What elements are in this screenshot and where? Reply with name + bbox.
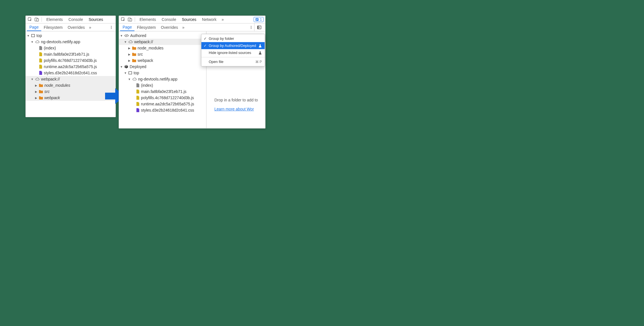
tab-elements[interactable]: Elements bbox=[137, 16, 159, 23]
shortcut-text: ⌘ P bbox=[255, 60, 262, 64]
tree-label: webpack:// bbox=[134, 40, 153, 44]
tree-node-file[interactable]: ▶ (index) bbox=[119, 82, 206, 88]
file-icon bbox=[39, 65, 42, 69]
tree-node-folder[interactable]: ▶ webpack bbox=[119, 57, 206, 64]
more-options-menu: ✓ Group by folder ✓ Group by Authored/De… bbox=[201, 34, 265, 66]
tree-node-webpack[interactable]: ▼ webpack:// bbox=[119, 39, 206, 45]
tree-node-authored[interactable]: ▼ Authored bbox=[119, 32, 206, 39]
top-tab-bar: Elements Console Sources bbox=[26, 16, 116, 23]
file-icon bbox=[136, 83, 140, 87]
package-icon bbox=[124, 65, 128, 69]
tree-node-top[interactable]: ▼ top bbox=[26, 32, 116, 39]
tab-sources[interactable]: Sources bbox=[86, 16, 106, 23]
more-tabs-icon[interactable]: » bbox=[220, 17, 225, 22]
menu-group-by-folder[interactable]: ✓ Group by folder bbox=[201, 35, 265, 42]
tree-node-top[interactable]: ▼ top bbox=[119, 70, 206, 76]
svg-rect-12 bbox=[256, 19, 258, 20]
sub-tab-bar: Page Filesystem Overrides » bbox=[26, 23, 116, 31]
inspect-element-icon[interactable] bbox=[120, 16, 126, 23]
subtab-overrides[interactable]: Overrides bbox=[158, 24, 181, 31]
tree-label: polyfills.4c768d7122740d3b.js bbox=[141, 95, 194, 100]
file-icon bbox=[39, 58, 42, 62]
subtab-filesystem[interactable]: Filesystem bbox=[41, 24, 65, 31]
tree-node-domain[interactable]: ▼ ng-devtools.netlify.app bbox=[119, 76, 206, 82]
tree-node-file[interactable]: ▶ main.fa8bfa0e23f1eb71.js bbox=[119, 88, 206, 95]
tree-node-file[interactable]: ▶ runtime.aa2dc5a72b65a575.js bbox=[26, 64, 116, 70]
tree-node-file[interactable]: ▶ polyfills.4c768d7122740d3b.js bbox=[26, 57, 116, 64]
experiment-beaker-icon bbox=[258, 51, 262, 55]
more-tabs-icon[interactable]: » bbox=[180, 25, 186, 30]
divider bbox=[42, 17, 42, 22]
svg-rect-19 bbox=[129, 72, 132, 74]
source-tree: ▼ top ▼ ng-devtools.netlify.app ▶ (index… bbox=[26, 31, 116, 117]
subtab-overrides[interactable]: Overrides bbox=[65, 24, 88, 31]
svg-point-14 bbox=[251, 26, 251, 26]
tab-elements[interactable]: Elements bbox=[43, 16, 66, 23]
tree-node-file[interactable]: ▶ polyfills.4c768d7122740d3b.js bbox=[119, 95, 206, 101]
kebab-menu-icon[interactable] bbox=[248, 24, 254, 31]
tree-label: styles.d3e2b24618d2c641.css bbox=[141, 108, 194, 112]
tree-node-file[interactable]: ▶ main.fa8bfa0e23f1eb71.js bbox=[26, 51, 116, 57]
file-icon bbox=[39, 46, 42, 50]
tree-label: node_modules bbox=[44, 83, 70, 88]
subtab-page[interactable]: Page bbox=[120, 23, 134, 31]
svg-point-16 bbox=[251, 28, 251, 29]
more-tabs-icon[interactable]: » bbox=[87, 25, 93, 30]
tree-label: polyfills.4c768d7122740d3b.js bbox=[44, 58, 97, 63]
menu-open-file[interactable]: ✓ Open file ⌘ P bbox=[201, 58, 265, 65]
inspect-element-icon[interactable] bbox=[27, 16, 33, 23]
tab-network[interactable]: Network bbox=[199, 16, 219, 23]
tree-label: webpack bbox=[138, 58, 153, 63]
device-toggle-icon[interactable] bbox=[127, 16, 133, 23]
check-icon: ✓ bbox=[203, 36, 207, 41]
caret-down-icon: ▼ bbox=[31, 78, 34, 81]
tree-node-deployed[interactable]: ▼ Deployed bbox=[119, 64, 206, 70]
tab-console[interactable]: Console bbox=[159, 16, 179, 23]
tree-node-folder[interactable]: ▶ webpack bbox=[26, 95, 116, 101]
tree-label: src bbox=[44, 89, 50, 94]
tree-node-file[interactable]: ▶ styles.d3e2b24618d2c641.css bbox=[119, 107, 206, 113]
device-toggle-icon[interactable] bbox=[34, 16, 40, 23]
tree-node-webpack[interactable]: ▼ webpack:// bbox=[26, 76, 116, 82]
caret-right-icon: ▶ bbox=[35, 96, 38, 99]
menu-label: Open file bbox=[209, 60, 254, 64]
issues-badge[interactable]: 1 bbox=[254, 17, 264, 22]
tree-node-folder[interactable]: ▶ node_modules bbox=[119, 45, 206, 51]
tree-label: src bbox=[138, 52, 143, 56]
menu-hide-ignore-listed[interactable]: ✓ Hide ignore-listed sources bbox=[201, 49, 265, 56]
caret-down-icon: ▼ bbox=[124, 40, 127, 44]
kebab-menu-icon[interactable] bbox=[108, 24, 114, 31]
tab-console[interactable]: Console bbox=[66, 16, 86, 23]
file-icon bbox=[39, 52, 42, 56]
tree-node-folder[interactable]: ▶ node_modules bbox=[26, 82, 116, 88]
frame-icon bbox=[31, 34, 35, 38]
svg-point-3 bbox=[111, 26, 112, 26]
caret-right-icon: ▶ bbox=[128, 53, 131, 56]
tree-node-folder[interactable]: ▶ src bbox=[119, 51, 206, 57]
tree-node-domain[interactable]: ▼ ng-devtools.netlify.app bbox=[26, 39, 116, 45]
subtab-filesystem[interactable]: Filesystem bbox=[134, 24, 158, 31]
issue-icon bbox=[255, 18, 259, 21]
tab-sources[interactable]: Sources bbox=[179, 16, 199, 23]
check-icon: ✓ bbox=[203, 44, 207, 48]
show-navigator-icon[interactable] bbox=[256, 24, 262, 31]
menu-label: Group by Authored/Deployed bbox=[209, 44, 257, 48]
sidebar-toggle bbox=[254, 23, 264, 31]
subtab-page[interactable]: Page bbox=[27, 23, 41, 31]
tree-label: webpack:// bbox=[41, 77, 60, 81]
tree-node-file[interactable]: ▶ runtime.aa2dc5a72b65a575.js bbox=[119, 101, 206, 107]
tree-node-folder[interactable]: ▶ src bbox=[26, 88, 116, 95]
folder-icon bbox=[132, 46, 136, 50]
svg-rect-6 bbox=[32, 34, 35, 37]
sub-tab-bar: Page Filesystem Overrides » bbox=[119, 23, 265, 31]
svg-rect-18 bbox=[258, 26, 259, 29]
tree-node-file[interactable]: ▶ styles.d3e2b24618d2c641.css bbox=[26, 70, 116, 76]
cloud-icon bbox=[35, 77, 40, 81]
caret-down-icon: ▼ bbox=[27, 34, 30, 37]
tree-node-file[interactable]: ▶ (index) bbox=[26, 45, 116, 51]
menu-group-by-authored-deployed[interactable]: ✓ Group by Authored/Deployed bbox=[201, 42, 265, 49]
learn-more-link[interactable]: Learn more about Wor bbox=[214, 107, 254, 111]
caret-down-icon: ▼ bbox=[120, 34, 123, 37]
caret-down-icon: ▼ bbox=[120, 65, 123, 68]
svg-point-4 bbox=[111, 27, 112, 27]
